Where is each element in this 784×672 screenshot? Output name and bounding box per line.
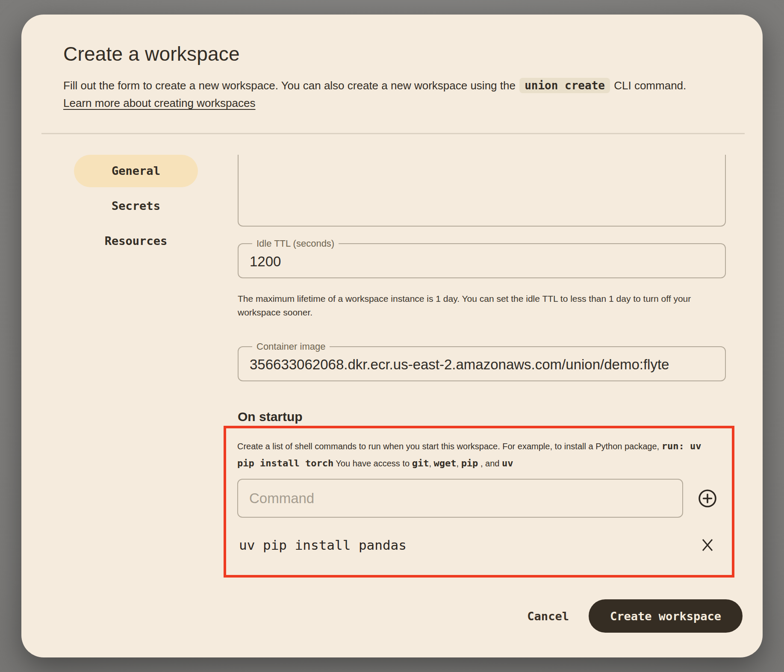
startup-desc-text: You have access to xyxy=(333,459,412,468)
idle-ttl-field: Idle TTL (seconds) xyxy=(238,238,726,278)
tab-secrets[interactable]: Secrets xyxy=(74,190,198,222)
on-startup-heading: On startup xyxy=(238,409,726,425)
dialog-tabs: General Secrets Resources xyxy=(74,155,198,260)
tab-resources[interactable]: Resources xyxy=(74,225,198,257)
startup-desc-code-pip: pip xyxy=(461,458,478,469)
startup-desc-code-wget: wget xyxy=(434,458,457,469)
startup-desc-text: , and xyxy=(478,459,502,468)
idle-ttl-label: Idle TTL (seconds) xyxy=(252,238,339,249)
tab-general[interactable]: General xyxy=(74,155,198,187)
dialog-header: Create a workspace Fill out the form to … xyxy=(63,42,723,110)
clipped-textarea[interactable] xyxy=(238,155,726,227)
on-startup-highlight-box: Create a list of shell commands to run w… xyxy=(224,426,734,578)
add-command-column xyxy=(683,489,732,508)
cli-command-chip: union create xyxy=(519,78,610,93)
page-title: Create a workspace xyxy=(63,42,723,66)
dialog-description: Fill out the form to create a new worksp… xyxy=(63,76,723,95)
container-image-field: Container image xyxy=(238,341,726,381)
create-workspace-dialog: Create a workspace Fill out the form to … xyxy=(21,15,763,657)
remove-command-column xyxy=(683,537,732,553)
container-image-label: Container image xyxy=(252,341,330,352)
add-command-icon[interactable] xyxy=(698,489,717,508)
header-divider xyxy=(41,133,745,134)
cancel-button[interactable]: Cancel xyxy=(527,610,569,623)
startup-desc-text: Create a list of shell commands to run w… xyxy=(237,442,662,451)
command-input[interactable] xyxy=(237,479,683,518)
command-entry-row xyxy=(237,479,732,518)
command-list-item: uv pip install pandas xyxy=(237,536,732,554)
startup-desc-code-git: git xyxy=(412,458,429,469)
learn-more-link[interactable]: Learn more about creating workspaces xyxy=(63,97,255,110)
remove-command-icon[interactable] xyxy=(699,537,716,553)
dialog-footer: Cancel Create workspace xyxy=(527,599,743,633)
idle-ttl-input[interactable] xyxy=(249,249,715,278)
idle-ttl-helper-text: The maximum lifetime of a workspace inst… xyxy=(238,292,723,319)
workspace-form: Idle TTL (seconds) The maximum lifetime … xyxy=(238,155,726,578)
command-text: uv pip install pandas xyxy=(237,536,683,554)
startup-desc-text: , xyxy=(457,459,461,468)
intro-text-after: CLI command. xyxy=(611,79,686,92)
on-startup-description: Create a list of shell commands to run w… xyxy=(237,438,717,472)
startup-desc-text: , xyxy=(429,459,433,468)
startup-desc-code-uv: uv xyxy=(502,458,513,469)
intro-text-before: Fill out the form to create a new worksp… xyxy=(63,79,519,92)
create-workspace-button[interactable]: Create workspace xyxy=(589,599,743,633)
container-image-input[interactable] xyxy=(249,352,715,381)
